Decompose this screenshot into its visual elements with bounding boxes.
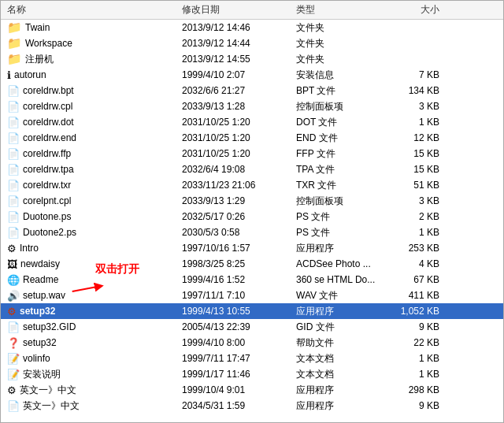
file-name-label: Twain [25,22,50,33]
file-size-cell: 3 KB [383,195,446,206]
table-row[interactable]: 📄setup32.GID2005/4/13 22:39GID 文件9 KB [1,319,503,335]
file-name-label: coreldrw.txr [23,180,71,191]
table-row[interactable]: 📄corelpnt.cpl2033/9/13 1:29控制面板项3 KB [1,193,503,209]
file-date-cell: 2013/9/12 14:46 [182,22,296,33]
file-size-cell: 22 KB [383,337,446,348]
file-list[interactable]: 双击打开 📁Twain2013/9/12 14:46文件夹📁Workspace2… [1,20,503,422]
file-icon: ⚙ [7,306,17,317]
table-row[interactable]: 📝安装说明1999/1/17 11:46文本文档1 KB [1,366,503,382]
file-name-cell: ❓setup32 [1,337,182,349]
file-name-label: Workspace [25,38,72,49]
file-name-cell: ℹautorun [1,69,182,81]
file-type-cell: FFP 文件 [296,147,383,161]
table-row[interactable]: 🔊setup.wav1997/11/1 7:10WAV 文件411 KB [1,288,503,303]
table-row[interactable]: 📄coreldrw.tpa2032/6/4 19:08TPA 文件15 KB [1,161,503,177]
file-date-cell: 2032/5/17 0:26 [182,211,296,222]
file-date-cell: 2033/11/23 21:06 [182,180,296,191]
file-icon: 📁 [7,20,22,35]
file-type-cell: 文件夹 [296,21,383,35]
file-size-cell: 3 KB [383,101,446,112]
file-icon: 📁 [7,36,22,50]
file-date-cell: 2031/10/25 1:20 [182,117,296,128]
table-row[interactable]: 📄coreldrw.dot2031/10/25 1:20DOT 文件1 KB [1,114,503,130]
file-name-label: 英文一》中文 [20,384,76,397]
file-size-cell: 9 KB [383,321,446,332]
col-header-size[interactable]: 大小 [383,3,446,17]
table-row[interactable]: ⚙Intro1997/10/16 1:57应用程序253 KB [1,240,503,256]
file-size-cell: 134 KB [383,85,446,96]
file-icon: 📄 [7,101,20,113]
table-row[interactable]: ❓setup321999/4/10 8:00帮助文件22 KB [1,335,503,351]
file-type-cell: 控制面板项 [296,100,383,113]
file-type-cell: DOT 文件 [296,116,383,129]
table-row[interactable]: 📄coreldrw.ffp2031/10/25 1:20FFP 文件15 KB [1,146,503,161]
file-date-cell: 2005/4/13 22:39 [182,321,296,332]
file-date-cell: 2032/6/4 19:08 [182,164,296,175]
file-icon: 🖼 [7,258,17,270]
file-icon: 📄 [7,132,20,144]
col-header-name[interactable]: 名称 [1,3,182,17]
file-type-cell: END 文件 [296,132,383,145]
file-name-label: coreldrw.ffp [23,148,71,159]
file-date-cell: 1997/11/1 7:10 [182,290,296,301]
table-row[interactable]: 🖼newdaisy1998/3/25 8:25ACDSee Photo ...4… [1,256,503,272]
file-size-cell: 12 KB [383,132,446,143]
table-row[interactable]: 📄Duotone.ps2032/5/17 0:26PS 文件2 KB [1,209,503,224]
file-type-cell: 帮助文件 [296,336,383,350]
file-date-cell: 1999/7/11 17:47 [182,353,296,364]
table-row[interactable]: 📄英文一》中文2034/5/31 1:59应用程序9 KB [1,398,503,414]
file-type-cell: BPT 文件 [296,84,383,98]
file-name-cell: 📁Twain [1,20,182,35]
file-date-cell: 1999/4/10 8:00 [182,337,296,348]
col-header-date[interactable]: 修改日期 [182,3,296,17]
file-icon: ❓ [7,337,20,349]
table-row[interactable]: 📄coreldrw.cpl2033/9/13 1:28控制面板项3 KB [1,98,503,114]
table-header: 名称 修改日期 类型 大小 [1,1,503,20]
file-date-cell: 2033/9/13 1:29 [182,195,296,206]
table-row[interactable]: 🌐Readme1999/4/16 1:52360 se HTML Do...67… [1,272,503,288]
file-date-cell: 2032/6/6 21:27 [182,85,296,96]
file-date-cell: 2031/10/25 1:20 [182,132,296,143]
file-icon: 📄 [7,227,20,239]
file-type-cell: 应用程序 [296,242,383,255]
file-name-cell: 📝volinfo [1,353,182,365]
file-name-cell: 📄coreldrw.end [1,132,182,144]
file-icon: 📄 [7,117,20,128]
file-name-cell: 📄coreldrw.cpl [1,101,182,113]
file-icon: 📄 [7,85,20,97]
table-row[interactable]: 📁注册机2013/9/12 14:55文件夹 [1,51,503,67]
file-icon: 📄 [7,195,20,207]
file-name-cell: 📄setup32.GID [1,321,182,333]
table-row[interactable]: 📄coreldrw.end2031/10/25 1:20END 文件12 KB [1,130,503,146]
table-row[interactable]: ⚙setup321999/4/13 10:55应用程序1,052 KB [1,303,503,319]
file-icon: 📄 [7,321,20,333]
file-size-cell: 2 KB [383,211,446,222]
file-name-cell: 📄coreldrw.dot [1,117,182,128]
file-size-cell: 1 KB [383,369,446,380]
table-row[interactable]: 📄coreldrw.bpt2032/6/6 21:27BPT 文件134 KB [1,83,503,98]
file-type-cell: 360 se HTML Do... [296,274,383,285]
file-rows-container: 📁Twain2013/9/12 14:46文件夹📁Workspace2013/9… [1,20,503,414]
file-type-cell: 应用程序 [296,384,383,397]
table-row[interactable]: 📁Twain2013/9/12 14:46文件夹 [1,20,503,35]
table-row[interactable]: ℹautorun1999/4/10 2:07安装信息7 KB [1,67,503,83]
table-row[interactable]: ⚙英文一》中文1999/10/4 9:01应用程序298 KB [1,382,503,398]
file-type-cell: 安装信息 [296,69,383,82]
table-row[interactable]: 📄coreldrw.txr2033/11/23 21:06TXR 文件51 KB [1,177,503,193]
file-date-cell: 2033/9/13 1:28 [182,101,296,112]
file-name-label: setup32 [20,306,55,317]
file-name-label: Readme [23,274,58,285]
file-icon: 📝 [7,353,20,365]
file-date-cell: 1999/4/16 1:52 [182,274,296,285]
file-name-cell: 📄coreldrw.bpt [1,85,182,97]
file-type-cell: TXR 文件 [296,179,383,192]
file-name-label: newdaisy [20,258,60,269]
file-name-cell: 🔊setup.wav [1,290,182,302]
file-size-cell: 7 KB [383,69,446,80]
file-icon: 📄 [7,211,20,223]
table-row[interactable]: 📁Workspace2013/9/12 14:44文件夹 [1,35,503,51]
table-row[interactable]: 📝volinfo1999/7/11 17:47文本文档1 KB [1,351,503,366]
file-size-cell: 1 KB [383,227,446,238]
col-header-type[interactable]: 类型 [296,3,383,17]
table-row[interactable]: 📄Duotone2.ps2030/5/3 0:58PS 文件1 KB [1,224,503,240]
